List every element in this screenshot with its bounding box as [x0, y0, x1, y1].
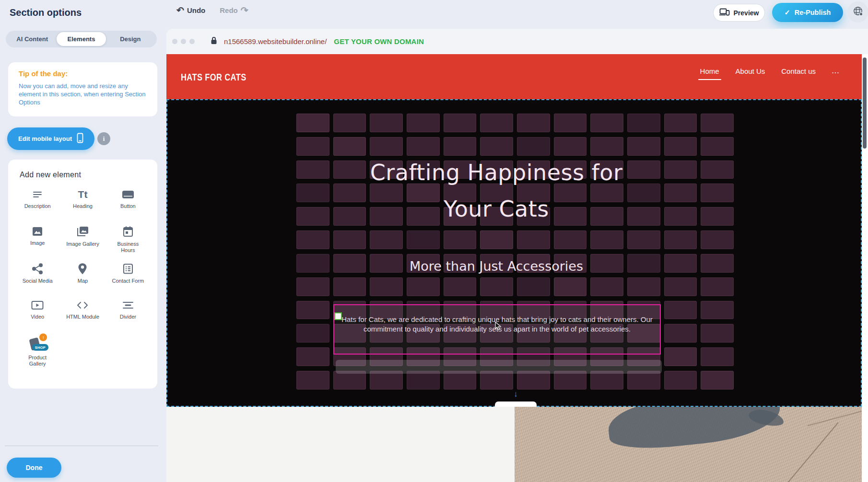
done-button[interactable]: Done [7, 458, 61, 478]
check-icon: ✓ [785, 9, 790, 16]
add-element-heading[interactable]: Tt Heading [60, 186, 105, 223]
redo-button[interactable]: Redo ↷ [220, 6, 248, 15]
social-media-icon [31, 263, 44, 275]
nav-contact-us[interactable]: Contact us [781, 67, 816, 80]
button-icon [121, 189, 135, 200]
video-icon [31, 299, 44, 311]
next-section-background [166, 407, 515, 482]
mouse-cursor [495, 321, 502, 331]
tip-of-the-day-card: Tip of the day: Now you can add, move an… [8, 62, 157, 116]
site-url: n1566589.websitebuilder.online/ [224, 37, 327, 46]
get-your-own-domain-link[interactable]: GET YOUR OWN DOMAIN [334, 37, 424, 46]
globe-icon [853, 6, 863, 18]
section-shrink-arrow-down-icon: ↓ [495, 390, 537, 398]
info-icon[interactable]: i [97, 132, 110, 145]
divider-icon [122, 299, 134, 311]
description-icon [31, 189, 44, 200]
site-logo[interactable]: HATS FOR CATS [181, 72, 246, 83]
add-element-divider[interactable]: Divider [106, 297, 151, 333]
add-element-html-module[interactable]: HTML Module [60, 297, 105, 333]
add-element-contact-form[interactable]: Contact Form [106, 260, 151, 297]
site-header: HATS FOR CATS Home About Us Contact us .… [166, 54, 862, 99]
add-element-image-gallery[interactable]: Image Gallery [60, 223, 105, 260]
site-nav: Home About Us Contact us ... [700, 67, 840, 80]
nav-more[interactable]: ... [832, 68, 840, 80]
tip-title: Tip of the day: [19, 69, 147, 78]
code-icon [75, 299, 90, 311]
shop-badge: SHOP [32, 344, 48, 351]
app-canvas: Section options ↶ Undo Redo ↷ Preview ✓ … [0, 0, 868, 482]
window-dot [189, 39, 195, 44]
tip-body: Now you can add, move and resize any ele… [19, 82, 147, 106]
tab-design[interactable]: Design [106, 32, 155, 46]
edit-mobile-layout-button[interactable]: Edit mobile layout [7, 127, 94, 150]
add-element-description[interactable]: Description [15, 186, 60, 223]
preview-button[interactable]: Preview [713, 4, 765, 22]
nav-home[interactable]: Home [700, 67, 719, 80]
next-section-image [515, 407, 862, 482]
undo-button[interactable]: ↶ Undo [176, 6, 205, 15]
redo-icon: ↷ [241, 6, 248, 15]
add-element-product-gallery[interactable]: ↑ SHOP Product Gallery [15, 333, 60, 370]
upgrade-arrow-badge: ↑ [39, 333, 47, 341]
hero-subheading[interactable]: More than Just Accessories [257, 259, 736, 274]
window-dot [181, 39, 186, 44]
undo-icon: ↶ [176, 6, 184, 15]
add-element-business-hours[interactable]: Business Hours [106, 223, 151, 260]
tab-ai-content[interactable]: AI Content [8, 32, 57, 46]
sidebar-tabs: AI Content Elements Design [6, 31, 157, 47]
nav-about-us[interactable]: About Us [736, 67, 765, 80]
republish-button[interactable]: ✓ Re-Publish [772, 3, 843, 22]
add-element-video[interactable]: Video [15, 297, 60, 333]
hero-heading[interactable]: Crafting Happiness for Your Cats [257, 154, 736, 227]
language-globe-button[interactable] [847, 1, 868, 23]
lock-icon [211, 36, 217, 46]
drag-ghost-bar [336, 360, 662, 374]
add-element-button[interactable]: Button [106, 186, 151, 223]
add-element-social-media[interactable]: Social Media [15, 260, 60, 297]
history-controls: ↶ Undo Redo ↷ [176, 6, 248, 15]
browser-chrome-bar: n1566589.websitebuilder.online/ GET YOUR… [166, 29, 868, 54]
business-hours-icon [122, 226, 134, 238]
preview-scrollbar[interactable] [863, 57, 867, 149]
window-dot [172, 39, 177, 44]
devices-icon [719, 8, 730, 17]
image-gallery-icon [76, 226, 89, 238]
image-icon [31, 226, 44, 237]
contact-form-icon [122, 263, 134, 275]
heading-icon: Tt [78, 189, 88, 200]
add-element-image[interactable]: Image [15, 223, 60, 260]
add-panel-title: Add new element [20, 171, 151, 179]
add-new-element-panel: Add new element Description Tt Heading B… [8, 160, 157, 389]
phone-icon [77, 133, 83, 145]
tab-elements[interactable]: Elements [57, 32, 106, 46]
element-resize-handle[interactable] [334, 312, 342, 320]
sidebar-divider [5, 446, 158, 446]
product-gallery-icon: ↑ SHOP [28, 336, 47, 352]
add-element-map[interactable]: Map [60, 260, 105, 297]
map-pin-icon [77, 263, 88, 275]
element-grid: Description Tt Heading Button Image [15, 186, 151, 370]
page-title: Section options [10, 7, 82, 18]
